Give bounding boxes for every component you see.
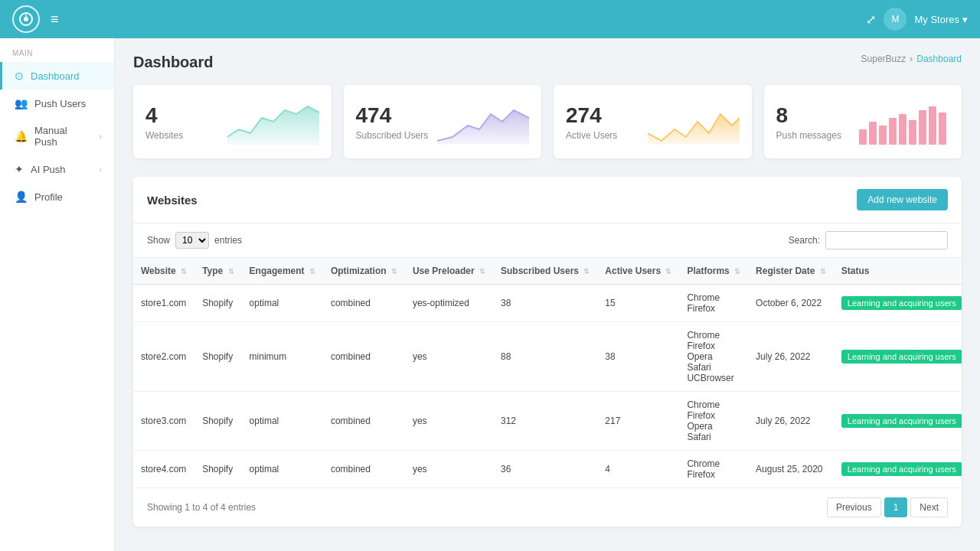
svg-rect-6 — [899, 114, 906, 145]
page-title: Dashboard — [133, 54, 213, 71]
stat-info-websites: 4 Websites — [145, 103, 183, 141]
profile-icon: 👤 — [15, 191, 28, 203]
search-input[interactable] — [825, 231, 948, 249]
cell-subscribed-users: 38 — [493, 285, 597, 322]
sidebar-item-label: Profile — [34, 191, 63, 203]
sidebar-item-profile[interactable]: 👤 Profile — [0, 183, 114, 210]
cell-status: Learning and acquiring users — [834, 451, 962, 488]
cell-website: store4.com — [133, 451, 194, 488]
cell-type: Shopify — [194, 392, 241, 451]
cell-website: store1.com — [133, 285, 194, 322]
table-row: store3.com Shopify optimal combined yes … — [133, 392, 962, 451]
main-content: Dashboard SuperBuzz › Dashboard 4 Websit… — [115, 38, 980, 551]
col-status: Status — [834, 258, 962, 285]
stat-info-active: 274 Active Users — [566, 103, 617, 141]
main-layout: MAIN ⊙ Dashboard 👥 Push Users 🔔 Manual P… — [0, 38, 980, 551]
table-controls: Show 10 25 50 entries Search: — [133, 223, 962, 258]
breadcrumb-parent[interactable]: SuperBuzz — [861, 54, 906, 64]
cell-use-preloader: yes-optimized — [405, 285, 493, 322]
stat-label-push: Push messages — [776, 130, 841, 141]
chart-websites — [227, 99, 319, 145]
cell-subscribed-users: 88 — [493, 322, 597, 392]
sidebar-item-label: Manual Push — [34, 125, 92, 148]
cell-engagement: optimal — [242, 392, 323, 451]
col-type: Type ⇅ — [194, 258, 241, 285]
search-label: Search: — [789, 235, 820, 246]
col-optimization: Optimization ⇅ — [323, 258, 405, 285]
cell-optimization: combined — [323, 451, 405, 488]
previous-button[interactable]: Previous — [827, 497, 881, 517]
table-title: Websites — [147, 194, 198, 207]
cell-use-preloader: yes — [405, 322, 493, 392]
cell-active-users: 38 — [597, 322, 679, 392]
fullscreen-icon[interactable]: ⤢ — [866, 12, 876, 27]
pagination: Previous 1 Next — [827, 497, 948, 517]
chart-active — [648, 99, 740, 145]
cell-status: Learning and acquiring users — [834, 392, 962, 451]
stat-number-active: 274 — [566, 103, 617, 128]
add-website-button[interactable]: Add new website — [857, 189, 948, 210]
table-row: store2.com Shopify minimum combined yes … — [133, 322, 962, 392]
svg-rect-8 — [919, 110, 926, 145]
avatar: M — [884, 8, 906, 31]
stat-card-subscribed: 474 Subscribed Users — [344, 85, 542, 158]
show-entries: Show 10 25 50 entries — [147, 232, 242, 249]
cell-platforms: ChromeFirefox — [679, 451, 748, 488]
chart-subscribed — [437, 99, 529, 145]
next-button[interactable]: Next — [910, 497, 948, 517]
table-body: store1.com Shopify optimal combined yes-… — [133, 285, 962, 488]
sidebar: MAIN ⊙ Dashboard 👥 Push Users 🔔 Manual P… — [0, 38, 115, 551]
sidebar-item-manual-push[interactable]: 🔔 Manual Push › — [0, 117, 114, 155]
svg-rect-5 — [889, 118, 897, 145]
cell-engagement: optimal — [242, 285, 323, 322]
store-dropdown[interactable]: My Stores ▾ — [914, 14, 968, 25]
stat-card-push: 8 Push messages — [764, 85, 962, 158]
svg-rect-9 — [929, 106, 936, 145]
cell-active-users: 217 — [597, 392, 679, 451]
svg-rect-10 — [939, 112, 946, 145]
chevron-right-icon-2: › — [99, 165, 102, 174]
status-badge: Learning and acquiring users — [841, 462, 962, 476]
cell-status: Learning and acquiring users — [834, 322, 962, 392]
sidebar-item-label: Push Users — [34, 98, 86, 109]
cell-type: Shopify — [194, 285, 241, 322]
stat-card-websites: 4 Websites — [133, 85, 332, 158]
svg-rect-2 — [859, 129, 867, 145]
manual-push-icon: 🔔 — [15, 130, 28, 142]
sidebar-item-dashboard[interactable]: ⊙ Dashboard — [0, 62, 114, 90]
page-1-button[interactable]: 1 — [884, 497, 908, 517]
cell-register-date: July 26, 2022 — [748, 392, 834, 451]
stat-cards: 4 Websites 474 Subscribed Users — [133, 85, 962, 158]
cell-type: Shopify — [194, 451, 241, 488]
svg-rect-7 — [909, 120, 916, 145]
cell-use-preloader: yes — [405, 451, 493, 488]
breadcrumb-separator: › — [910, 54, 913, 64]
col-website: Website ⇅ — [133, 258, 194, 285]
table-footer: Showing 1 to 4 of 4 entries Previous 1 N… — [133, 488, 962, 527]
sidebar-item-push-users[interactable]: 👥 Push Users — [0, 90, 114, 117]
cell-active-users: 4 — [597, 451, 679, 488]
cell-use-preloader: yes — [405, 392, 493, 451]
stat-number-push: 8 — [776, 103, 841, 128]
col-engagement: Engagement ⇅ — [242, 258, 323, 285]
chart-push — [858, 99, 949, 145]
hamburger-icon[interactable]: ≡ — [51, 11, 59, 28]
cell-website: store2.com — [133, 322, 194, 392]
chevron-right-icon: › — [99, 132, 102, 141]
sidebar-section-main: MAIN — [0, 38, 114, 62]
cell-platforms: ChromeFirefoxOperaSafari — [679, 392, 748, 451]
entries-select[interactable]: 10 25 50 — [175, 232, 209, 249]
cell-status: Learning and acquiring users — [834, 285, 962, 322]
entries-label: entries — [214, 235, 242, 246]
col-use-preloader: Use Preloader ⇅ — [405, 258, 493, 285]
breadcrumb: SuperBuzz › Dashboard — [861, 54, 962, 64]
navbar: ≡ ⤢ M My Stores ▾ — [0, 0, 980, 38]
dashboard-icon: ⊙ — [15, 70, 24, 82]
logo-icon — [12, 5, 40, 33]
push-users-icon: 👥 — [15, 97, 28, 109]
sidebar-item-ai-push[interactable]: ✦ AI Push › — [0, 155, 114, 183]
cell-optimization: combined — [323, 322, 405, 392]
cell-platforms: ChromeFirefox — [679, 285, 748, 322]
navbar-left: ≡ — [12, 5, 59, 33]
cell-platforms: ChromeFirefoxOperaSafariUCBrowser — [679, 322, 748, 392]
